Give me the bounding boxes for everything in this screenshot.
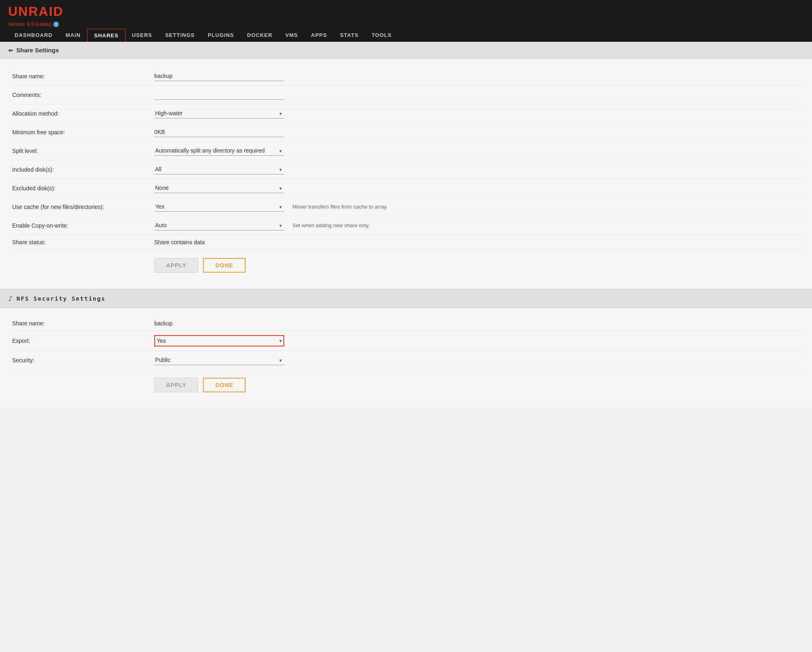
use-cache-helper: Mover transfers files from cache to arra… [292, 204, 387, 210]
use-cache-row: Use cache (for new files/directories): Y… [12, 198, 800, 216]
nfs-export-label: Export: [12, 338, 154, 344]
share-name-row: Share name: [12, 67, 800, 86]
nfs-icon: ♪ [8, 294, 13, 303]
included-disks-row: Included disk(s): All [12, 160, 800, 179]
share-status-label: Share status: [12, 239, 154, 245]
share-settings-form: Share name: Comments: Allocation method:… [0, 59, 812, 289]
min-free-space-label: Minimum free space: [12, 129, 154, 136]
split-level-select[interactable]: Automatically split any directory as req… [154, 146, 284, 156]
use-cache-label: Use cache (for new files/directories): [12, 204, 154, 210]
nav-plugins[interactable]: PLUGINS [201, 29, 241, 42]
share-status-value: Share contains data [154, 239, 205, 245]
copy-on-write-helper: Set when adding new share only. [292, 222, 370, 228]
nfs-security-control: Public Secure Private [154, 355, 800, 365]
share-settings-header: ⬅ Share Settings [0, 42, 812, 59]
share-name-control [154, 71, 800, 81]
nav-tools[interactable]: TOOLS [365, 29, 398, 42]
copy-on-write-select[interactable]: Auto Yes No [154, 220, 284, 230]
included-disks-select[interactable]: All [154, 164, 284, 174]
share-settings-apply-button[interactable]: APPLY [154, 258, 198, 273]
copy-on-write-label: Enable Copy-on-write: [12, 222, 154, 229]
excluded-disks-select[interactable]: None [154, 183, 284, 193]
nfs-export-select[interactable]: Yes No [154, 335, 284, 346]
allocation-method-wrapper: High-water Fill-up Most-free [154, 108, 284, 118]
allocation-method-label: Allocation method: [12, 110, 154, 117]
share-status-row: Share status: Share contains data [12, 235, 800, 250]
share-settings-buttons: APPLY DONE [12, 250, 800, 277]
info-icon[interactable]: i [53, 22, 59, 27]
share-name-label: Share name: [12, 73, 154, 80]
min-free-space-row: Minimum free space: [12, 123, 800, 142]
nfs-export-control: Yes No [154, 335, 800, 346]
version-line: Version: 6.9.0-beta1 i [8, 22, 804, 27]
excluded-disks-row: Excluded disk(s): None [12, 179, 800, 198]
excluded-disks-control: None [154, 183, 800, 193]
included-disks-control: All [154, 164, 800, 174]
copy-on-write-control: Auto Yes No Set when adding new share on… [154, 220, 800, 230]
nfs-settings-title: NFS Security Settings [17, 295, 106, 302]
nav-docker[interactable]: DOCKER [241, 29, 279, 42]
nav-stats[interactable]: STATS [333, 29, 365, 42]
nfs-settings-done-button[interactable]: DONE [203, 378, 245, 392]
nfs-share-name-control: backup [154, 320, 800, 327]
nav-settings[interactable]: SETTINGS [159, 29, 201, 42]
logo: UNRAID [8, 4, 804, 19]
nfs-settings-buttons: APPLY DONE [12, 370, 800, 396]
excluded-disks-label: Excluded disk(s): [12, 185, 154, 192]
version-text: Version: 6.9.0-beta1 [8, 22, 52, 27]
allocation-method-control: High-water Fill-up Most-free [154, 108, 800, 118]
nav-users[interactable]: USERS [125, 29, 159, 42]
nfs-security-wrapper: Public Secure Private [154, 355, 284, 365]
nfs-share-name-value: backup [154, 320, 173, 327]
min-free-space-control [154, 127, 800, 137]
comments-row: Comments: [12, 86, 800, 104]
nfs-security-select[interactable]: Public Secure Private [154, 355, 284, 365]
use-cache-wrapper: Yes No Only Prefer [154, 202, 284, 212]
comments-control [154, 90, 800, 100]
nfs-settings-header: ♪ NFS Security Settings [0, 289, 812, 308]
share-settings-icon: ⬅ [8, 47, 13, 54]
share-settings-title: Share Settings [16, 47, 59, 54]
split-level-row: Split level: Automatically split any dir… [12, 142, 800, 160]
copy-on-write-row: Enable Copy-on-write: Auto Yes No Set wh… [12, 216, 800, 235]
nav-dashboard[interactable]: DASHBOARD [8, 29, 59, 42]
split-level-wrapper: Automatically split any directory as req… [154, 146, 284, 156]
nfs-share-name-row: Share name: backup [12, 316, 800, 331]
header: UNRAID Version: 6.9.0-beta1 i DASHBOARD … [0, 0, 812, 42]
nfs-settings-form: Share name: backup Export: Yes No Securi… [0, 308, 812, 409]
split-level-label: Split level: [12, 148, 154, 154]
included-disks-label: Included disk(s): [12, 166, 154, 173]
nfs-security-row: Security: Public Secure Private [12, 351, 800, 370]
use-cache-select[interactable]: Yes No Only Prefer [154, 202, 284, 212]
comments-input[interactable] [154, 90, 284, 100]
split-level-control: Automatically split any directory as req… [154, 146, 800, 156]
nav-main[interactable]: MAIN [59, 29, 87, 42]
nfs-export-wrapper: Yes No [154, 335, 284, 346]
nav: DASHBOARD MAIN SHARES USERS SETTINGS PLU… [8, 29, 804, 42]
included-disks-wrapper: All [154, 164, 284, 174]
nav-apps[interactable]: APPS [304, 29, 333, 42]
min-free-space-input[interactable] [154, 127, 284, 137]
allocation-method-select[interactable]: High-water Fill-up Most-free [154, 108, 284, 118]
use-cache-control: Yes No Only Prefer Mover transfers files… [154, 202, 800, 212]
nfs-share-name-label: Share name: [12, 320, 154, 327]
content: ⬅ Share Settings Share name: Comments: A… [0, 42, 812, 409]
copy-on-write-wrapper: Auto Yes No [154, 220, 284, 230]
share-name-input[interactable] [154, 71, 284, 81]
nfs-export-row: Export: Yes No [12, 331, 800, 351]
nav-vms[interactable]: VMS [279, 29, 304, 42]
nfs-settings-apply-button[interactable]: APPLY [154, 378, 198, 392]
excluded-disks-wrapper: None [154, 183, 284, 193]
comments-label: Comments: [12, 92, 154, 98]
nav-shares[interactable]: SHARES [87, 29, 125, 42]
share-settings-done-button[interactable]: DONE [203, 258, 245, 273]
logo-text: UNRAID [8, 4, 63, 19]
nfs-security-label: Security: [12, 357, 154, 364]
allocation-method-row: Allocation method: High-water Fill-up Mo… [12, 104, 800, 123]
share-status-control: Share contains data [154, 239, 800, 245]
